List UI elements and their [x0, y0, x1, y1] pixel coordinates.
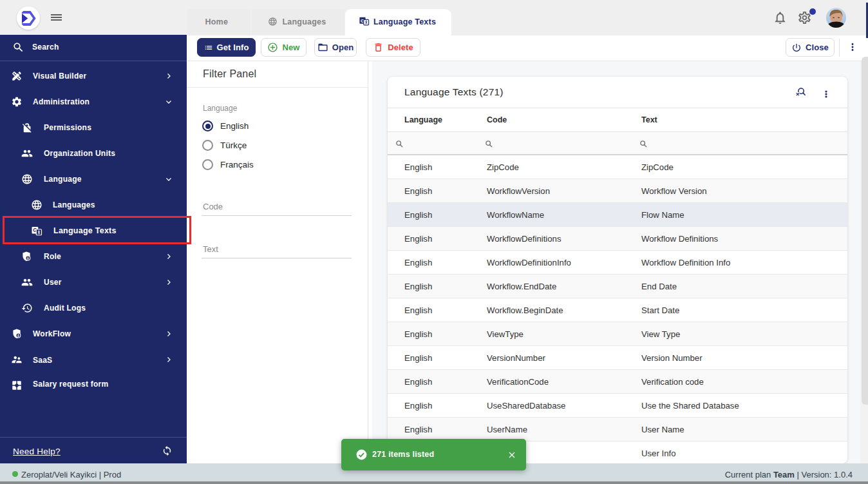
svg-text:x̂: x̂ — [365, 20, 368, 24]
